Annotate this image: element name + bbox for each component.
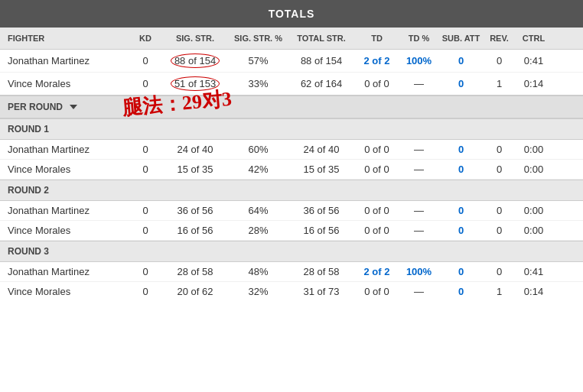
kd-value: 0 xyxy=(130,225,161,236)
kd-value: 0 xyxy=(130,55,161,66)
col-header-td-pct: TD % xyxy=(398,34,440,43)
col-header-fighter: FIGHTER xyxy=(8,34,130,43)
rev-value: 0 xyxy=(482,225,516,236)
td-pct-value: — xyxy=(398,78,440,89)
rounds-container: ROUND 1Jonathan Martinez024 of 4060%24 o… xyxy=(0,118,583,301)
col-header-sub-att: SUB. ATT xyxy=(440,34,482,43)
kd-value: 0 xyxy=(130,144,161,155)
col-header-sig-str: SIG. STR. xyxy=(161,34,230,43)
column-headers: FIGHTER KD SIG. STR. SIG. STR. % TOTAL S… xyxy=(0,28,583,50)
sig-str-pct-value: 48% xyxy=(230,266,287,277)
total-str-value: 16 of 56 xyxy=(287,225,356,236)
totals-title: TOTALS xyxy=(269,8,315,20)
ctrl-value: 0:00 xyxy=(516,144,551,155)
ctrl-value: 0:41 xyxy=(516,266,551,277)
td-pct-value: — xyxy=(398,164,440,175)
sig-str-value: 36 of 56 xyxy=(161,205,230,216)
round-header: ROUND 2 xyxy=(0,180,583,201)
table-row: Jonathan Martinez036 of 5664%36 of 560 o… xyxy=(0,201,583,221)
total-str-value: 88 of 154 xyxy=(287,55,356,66)
fighter-name: Vince Morales xyxy=(8,164,130,175)
kd-value: 0 xyxy=(130,286,161,297)
ctrl-value: 0:14 xyxy=(516,286,551,297)
ctrl-value: 0:41 xyxy=(516,55,551,66)
fighter-name: Vince Morales xyxy=(8,225,130,236)
sig-str-pct-value: 57% xyxy=(230,55,287,66)
sig-str-pct-value: 33% xyxy=(230,78,287,89)
sub-att-value: 0 xyxy=(440,266,482,277)
sig-str-pct-value: 60% xyxy=(230,144,287,155)
td-value: 2 of 2 xyxy=(356,266,398,277)
fighter-name: Vince Morales xyxy=(8,286,130,297)
col-header-total-str: TOTAL STR. xyxy=(287,34,356,43)
sig-str-value: 16 of 56 xyxy=(161,225,230,236)
per-round-label: PER ROUND xyxy=(8,102,77,112)
kd-value: 0 xyxy=(130,205,161,216)
col-header-rev: REV. xyxy=(482,34,516,43)
kd-value: 0 xyxy=(130,164,161,175)
td-value: 0 of 0 xyxy=(356,144,398,155)
rev-value: 0 xyxy=(482,55,516,66)
ctrl-value: 0:00 xyxy=(516,164,551,175)
td-value: 0 of 0 xyxy=(356,78,398,89)
sig-str-pct-value: 28% xyxy=(230,225,287,236)
sub-att-value: 0 xyxy=(440,164,482,175)
td-pct-value: 100% xyxy=(398,266,440,277)
rev-value: 0 xyxy=(482,266,516,277)
ctrl-value: 0:00 xyxy=(516,225,551,236)
sub-att-value: 0 xyxy=(440,78,482,89)
total-str-value: 15 of 35 xyxy=(287,164,356,175)
sig-str-value: 88 of 154 xyxy=(161,53,230,68)
table-row: Jonathan Martinez088 of 15457%88 of 1542… xyxy=(0,50,583,73)
kd-value: 0 xyxy=(130,266,161,277)
sub-att-value: 0 xyxy=(440,286,482,297)
table-row: Vince Morales015 of 3542%15 of 350 of 0—… xyxy=(0,160,583,180)
round-header: ROUND 3 xyxy=(0,241,583,262)
totals-section: Jonathan Martinez088 of 15457%88 of 1542… xyxy=(0,50,583,95)
td-value: 0 of 0 xyxy=(356,205,398,216)
total-str-value: 28 of 58 xyxy=(287,266,356,277)
rev-value: 0 xyxy=(482,164,516,175)
total-str-value: 62 of 164 xyxy=(287,78,356,89)
table-row: Jonathan Martinez024 of 4060%24 of 400 o… xyxy=(0,140,583,160)
chevron-down-icon xyxy=(70,105,77,109)
ctrl-value: 0:14 xyxy=(516,78,551,89)
fighter-name: Jonathan Martinez xyxy=(8,205,130,216)
td-pct-value: — xyxy=(398,225,440,236)
per-round-divider[interactable]: PER ROUND 腿法：29对3 xyxy=(0,95,583,118)
sig-str-value: 28 of 58 xyxy=(161,266,230,277)
fighter-name: Jonathan Martinez xyxy=(8,55,130,66)
table-row: Vince Morales051 of 15333%62 of 1640 of … xyxy=(0,73,583,95)
td-value: 0 of 0 xyxy=(356,164,398,175)
sig-str-pct-value: 42% xyxy=(230,164,287,175)
sub-att-value: 0 xyxy=(440,225,482,236)
rev-value: 0 xyxy=(482,205,516,216)
sig-str-pct-value: 32% xyxy=(230,286,287,297)
sig-str-pct-value: 64% xyxy=(230,205,287,216)
col-header-ctrl: CTRL xyxy=(516,34,551,43)
col-header-sig-str-pct: SIG. STR. % xyxy=(230,34,287,43)
sig-str-value: 24 of 40 xyxy=(161,144,230,155)
rev-value: 1 xyxy=(482,286,516,297)
td-pct-value: 100% xyxy=(398,55,440,66)
sig-str-value: 15 of 35 xyxy=(161,164,230,175)
td-pct-value: — xyxy=(398,144,440,155)
td-value: 2 of 2 xyxy=(356,55,398,66)
sub-att-value: 0 xyxy=(440,205,482,216)
fighter-name: Jonathan Martinez xyxy=(8,144,130,155)
sig-str-value: 20 of 62 xyxy=(161,286,230,297)
rev-value: 1 xyxy=(482,78,516,89)
round-header: ROUND 1 xyxy=(0,118,583,140)
fighter-name: Vince Morales xyxy=(8,78,130,89)
totals-header: TOTALS xyxy=(0,0,583,28)
sig-str-value: 51 of 153 xyxy=(161,76,230,91)
sub-att-value: 0 xyxy=(440,55,482,66)
table-row: Vince Morales020 of 6232%31 of 730 of 0—… xyxy=(0,282,583,301)
col-header-td: TD xyxy=(356,34,398,43)
total-str-value: 31 of 73 xyxy=(287,286,356,297)
per-round-text: PER ROUND xyxy=(8,102,63,112)
ctrl-value: 0:00 xyxy=(516,205,551,216)
td-pct-value: — xyxy=(398,286,440,297)
table-row: Vince Morales016 of 5628%16 of 560 of 0—… xyxy=(0,221,583,241)
kd-value: 0 xyxy=(130,78,161,89)
